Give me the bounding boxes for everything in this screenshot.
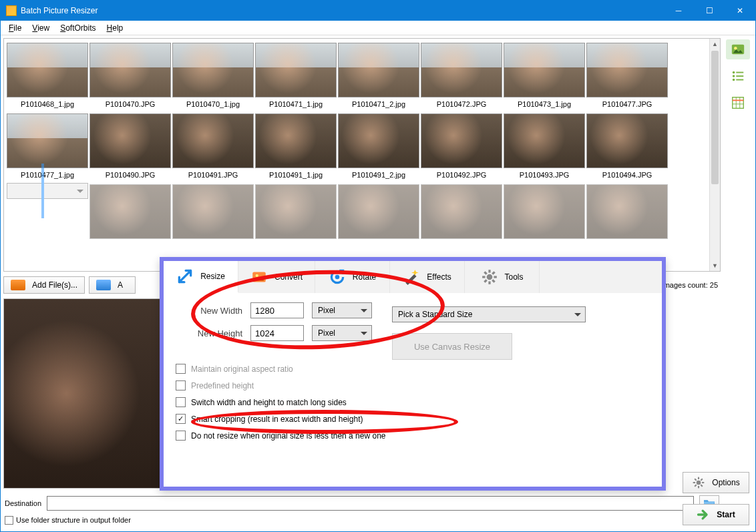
thumbnail[interactable]: P1010470_1.jpg [172,41,254,111]
svg-point-25 [697,481,701,485]
close-button[interactable]: ✕ [725,1,755,21]
no-resize-checkbox[interactable] [176,431,186,441]
thumbnail[interactable]: P1010471_1.jpg [255,41,337,111]
thumbnail-label [89,240,171,244]
switch-wh-checkbox[interactable] [176,397,186,407]
thumbnail-label [338,240,419,244]
thumbnail[interactable]: P1010490.JPG [89,112,171,182]
thumbnail[interactable] [89,183,171,244]
maximize-button[interactable]: ☐ [694,1,725,21]
thumbnail[interactable]: P1010471_2.jpg [338,41,419,111]
svg-line-31 [701,485,703,487]
svg-line-22 [492,280,494,282]
thumbnail[interactable] [338,183,419,244]
height-unit-select[interactable]: Pixel [312,325,372,341]
thumbnail[interactable]: P1010493.JPG [504,112,585,182]
tab-convert[interactable]: Convert [238,261,315,293]
new-height-input[interactable] [250,325,304,341]
thumbnail[interactable] [255,183,337,244]
thumbnail[interactable] [172,183,254,244]
thumbnail[interactable] [421,183,502,244]
thumbnail-image [504,113,585,168]
thumbnail[interactable]: P1010491_2.jpg [338,112,419,182]
folder-structure-checkbox[interactable] [5,516,13,525]
tab-tools[interactable]: Tools [465,261,540,293]
scroll-down-icon[interactable]: ▼ [710,260,720,271]
view-grid-button[interactable] [726,93,750,113]
svg-line-30 [695,479,697,481]
scrollbar-vertical[interactable]: ▲ ▼ [709,39,720,271]
svg-point-6 [733,79,735,81]
app-icon [6,5,17,16]
add-files-button[interactable]: Add File(s)... [3,276,85,294]
start-button[interactable]: Start [683,504,749,525]
thumbnail[interactable]: P1010477.JPG [586,41,668,111]
thumbnail-label [586,240,668,244]
thumbnail-image [7,113,88,168]
thumbnail-label: P1010491.JPG [172,170,254,182]
thumbnail[interactable]: P1010477_1.jpg [7,112,88,182]
thumbnail[interactable]: P1010473_1.jpg [504,41,585,111]
thumbnail[interactable]: P1010491.JPG [172,112,254,182]
thumbnail[interactable]: P1010468_1.jpg [7,41,88,111]
svg-point-15 [335,275,340,280]
thumbnail-image [421,43,502,97]
predefined-height-label: Predefined height [191,381,254,390]
thumbnail-image [172,113,254,168]
switch-wh-label: Switch width and height to match long si… [191,398,347,407]
tab-rotate[interactable]: Rotate [315,261,390,293]
thumbnail-label: P1010491_1.jpg [255,170,337,182]
no-resize-label: Do not resize when original size is less… [191,431,386,441]
thumbnail[interactable] [586,183,668,244]
svg-point-1 [734,47,737,50]
add-folder-button[interactable]: A [89,276,136,294]
thumbnail-image [504,184,585,239]
scroll-thumb[interactable] [711,51,719,184]
thumbnail[interactable]: P1010491_1.jpg [255,112,337,182]
thumbnail-label: P1010472.JPG [421,99,502,111]
thumbnail-image [89,43,171,97]
standard-size-select[interactable]: Pick a Standard Size [392,306,586,322]
thumbnail-image [255,43,337,97]
menu-view[interactable]: View [28,22,53,34]
scroll-up-icon[interactable]: ▲ [710,39,720,49]
new-width-input[interactable] [250,302,304,318]
thumbnail[interactable]: P1010472.JPG [421,41,502,111]
thumbnail[interactable] [7,183,88,199]
thumbnail-label [255,240,337,244]
minimize-button[interactable]: ─ [663,1,694,21]
thumbnail-label [421,240,502,244]
thumbnail-image [421,184,502,239]
thumbnail-label: P1010490.JPG [89,170,171,182]
menu-file[interactable]: File [5,22,25,34]
thumbnail[interactable]: P1010494.JPG [586,112,668,182]
thumbnail-image [586,113,668,168]
width-unit-select[interactable]: Pixel [312,302,372,318]
svg-rect-8 [733,97,744,109]
view-thumbnails-button[interactable] [726,39,750,59]
thumbnail[interactable] [504,183,585,244]
new-height-label: New Height [176,328,242,338]
svg-rect-3 [736,72,743,73]
svg-line-21 [484,272,486,274]
predefined-height-checkbox[interactable] [176,380,186,390]
add-files-label: Add File(s)... [32,280,77,290]
menu-help[interactable]: Help [103,22,128,34]
thumbnail-label: P1010477_1.jpg [7,170,88,182]
menu-softorbits[interactable]: SoftOrbits [56,22,100,34]
thumbnail-image [172,43,254,97]
resize-dialog: Resize Convert Rotate Effects Tools New … [160,257,666,491]
thumbnail-image [255,113,337,168]
view-list-button[interactable] [726,66,750,86]
thumbnail[interactable]: P1010492.JPG [421,112,502,182]
thumbnail[interactable]: P1010470.JPG [89,41,171,111]
options-button[interactable]: Options [683,472,749,493]
tab-effects[interactable]: Effects [390,261,465,293]
add-folder-label: A [118,280,123,290]
maintain-aspect-checkbox[interactable] [176,364,186,374]
tab-resize[interactable]: Resize [164,261,238,293]
thumbnail-label [172,240,254,244]
thumbnail-label: P1010473_1.jpg [504,99,585,111]
smart-cropping-checkbox[interactable] [176,414,186,424]
destination-input[interactable] [47,496,694,511]
